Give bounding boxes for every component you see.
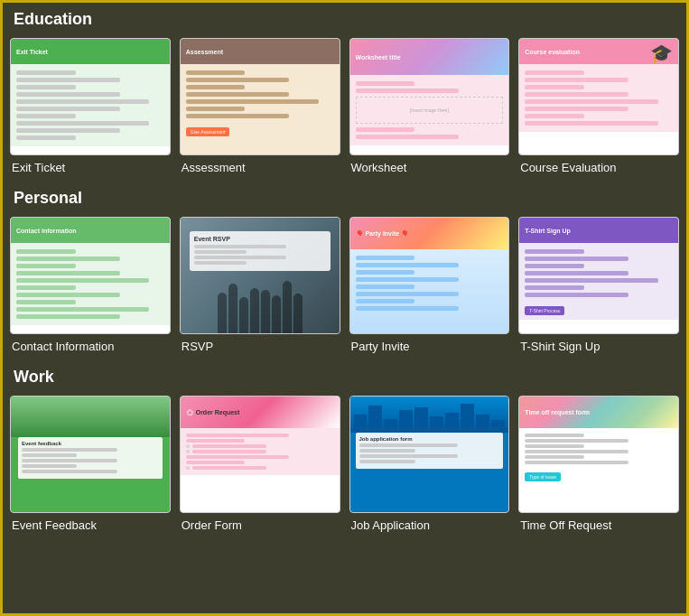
job-application-thumbnail: Job application form <box>349 396 510 513</box>
rsvp-label: RSVP <box>180 340 213 353</box>
rsvp-card[interactable]: Event RSVP RSVP <box>180 217 340 353</box>
rsvp-thumbnail: Event RSVP <box>180 217 340 334</box>
education-grid: Exit Ticket Exit Ticket Asse <box>10 38 679 174</box>
party-invite-thumbnail: 🎈 Party Invite 🎈 <box>349 217 510 334</box>
job-application-card[interactable]: Job application form Job Application <box>349 396 510 532</box>
event-feedback-card[interactable]: Event feedback Event Feedback <box>10 396 171 532</box>
work-section: Work Event feedback Event Feedback <box>10 368 679 532</box>
order-form-thumbnail: 🌸 Order Request <box>180 396 340 513</box>
event-feedback-thumbnail: Event feedback <box>10 396 171 513</box>
personal-section-title: Personal <box>10 189 679 208</box>
worksheet-card[interactable]: Worksheet title [Insert Image Here] Work… <box>349 38 510 174</box>
work-section-title: Work <box>10 368 679 387</box>
party-invite-label: Party Invite <box>349 340 410 353</box>
time-off-request-card[interactable]: Time off request form Type of leave Time… <box>518 396 679 532</box>
contact-information-label: Contact Information <box>10 340 114 353</box>
course-evaluation-card[interactable]: Course evaluation 🎓 Course Evaluation <box>518 38 679 174</box>
course-evaluation-thumbnail: Course evaluation 🎓 <box>518 38 679 155</box>
contact-information-thumbnail: Contact information <box>10 217 171 334</box>
assessment-label: Assessment <box>180 161 246 174</box>
work-grid: Event feedback Event Feedback 🌸 Order Re… <box>10 396 679 532</box>
tshirt-signup-label: T-Shirt Sign Up <box>518 340 600 353</box>
personal-section: Personal Contact information C <box>10 189 679 353</box>
personal-grid: Contact information Contact Information <box>10 217 679 353</box>
contact-information-card[interactable]: Contact information Contact Information <box>10 217 171 353</box>
time-off-request-label: Time Off Request <box>518 518 611 532</box>
worksheet-label: Worksheet <box>349 161 407 174</box>
worksheet-thumbnail: Worksheet title [Insert Image Here] <box>349 38 510 155</box>
job-application-label: Job Application <box>349 518 430 532</box>
exit-ticket-thumbnail: Exit Ticket <box>10 38 171 155</box>
graduation-cap-icon: 🎓 <box>650 42 673 64</box>
order-form-label: Order Form <box>180 518 242 532</box>
assessment-thumbnail: Assessment Give Assessment <box>180 38 340 155</box>
event-feedback-label: Event Feedback <box>10 518 97 532</box>
assessment-card[interactable]: Assessment Give Assessment Assessment <box>180 38 340 174</box>
party-invite-card[interactable]: 🎈 Party Invite 🎈 Party Invite <box>349 217 510 353</box>
course-evaluation-label: Course Evaluation <box>518 161 616 174</box>
tshirt-signup-thumbnail: T-Shirt Sign Up T-Shirt Process <box>518 217 679 334</box>
education-section-title: Education <box>10 10 679 29</box>
order-form-card[interactable]: 🌸 Order Request <box>180 396 340 532</box>
education-section: Education Exit Ticket Exit Tic <box>10 10 679 174</box>
exit-ticket-label: Exit Ticket <box>10 161 65 174</box>
tshirt-signup-card[interactable]: T-Shirt Sign Up T-Shirt Process T-Shirt … <box>518 217 679 353</box>
exit-ticket-card[interactable]: Exit Ticket Exit Ticket <box>10 38 171 174</box>
time-off-request-thumbnail: Time off request form Type of leave <box>518 396 679 513</box>
